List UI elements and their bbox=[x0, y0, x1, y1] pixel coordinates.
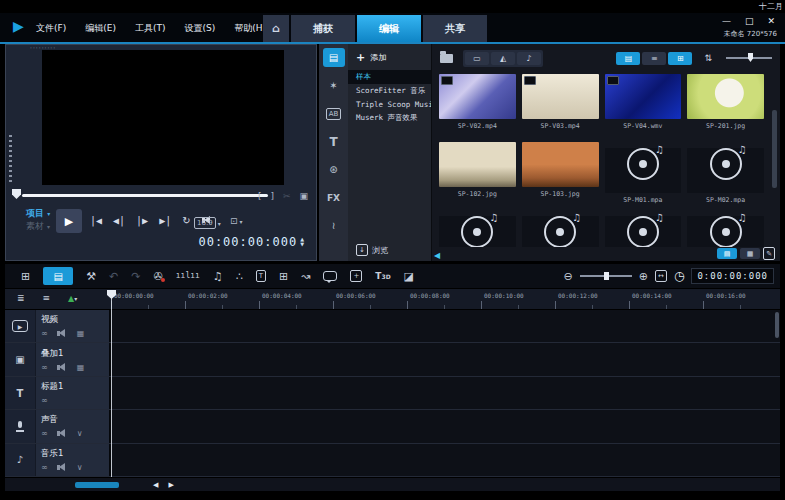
category-media-icon[interactable]: ▤ bbox=[323, 48, 345, 67]
undo-button[interactable]: ↶ bbox=[109, 271, 118, 282]
menu-edit[interactable]: 编辑(E) bbox=[85, 22, 116, 35]
library-item[interactable]: SP-V03.mp4 bbox=[522, 74, 599, 136]
menu-help[interactable]: 帮助(H) bbox=[234, 22, 266, 35]
folder-item-triplescoop[interactable]: Triple Scoop Music bbox=[348, 98, 431, 111]
category-title-icon[interactable]: T bbox=[323, 132, 345, 151]
scroll-next-button[interactable]: ▶ bbox=[168, 481, 173, 489]
track-header[interactable]: 声音 ∞ ∨ bbox=[5, 410, 111, 442]
clock-icon[interactable]: ◷ bbox=[674, 270, 684, 282]
link-icon[interactable]: ∞ bbox=[41, 429, 48, 438]
thumbnail-size-slider[interactable] bbox=[726, 53, 772, 63]
waveform-toggle-icon[interactable]: ∨ bbox=[77, 429, 83, 438]
transparency-icon[interactable]: ▦ bbox=[77, 363, 85, 372]
gallery-view-button[interactable]: ▤ bbox=[717, 248, 737, 259]
track-header[interactable]: ▶ 视频 ∞ ▦ bbox=[5, 310, 111, 342]
track-header[interactable]: ♪ 音乐1 ∞ ∨ bbox=[5, 444, 111, 476]
go-start-button[interactable]: |◀ bbox=[90, 215, 102, 226]
track-options-icon[interactable]: ≡ bbox=[43, 293, 51, 303]
category-instant-project-icon[interactable]: ✶ bbox=[323, 76, 345, 95]
track-header[interactable]: ▣ 叠加1 ∞ ▦ bbox=[5, 343, 111, 375]
spin-down-icon[interactable]: ▼ bbox=[300, 242, 304, 247]
timeline-zoom-slider[interactable] bbox=[580, 271, 632, 281]
mark-in-icon[interactable]: [ bbox=[258, 191, 262, 201]
add-media-folder-icon[interactable] bbox=[440, 54, 453, 63]
category-graphic-icon[interactable]: ⊛ bbox=[323, 160, 345, 179]
track-lane[interactable] bbox=[111, 410, 780, 442]
library-item[interactable]: SP-V04.wmv bbox=[605, 74, 682, 136]
library-item[interactable]: SP-V02.mp4 bbox=[439, 74, 516, 136]
aspect-ratio-selector[interactable]: 16:9 ▾ bbox=[194, 217, 221, 229]
panel-splitter[interactable] bbox=[9, 135, 12, 185]
pages-view-button[interactable]: ▦ bbox=[740, 248, 760, 259]
filter-audio-button[interactable]: ♪ bbox=[517, 52, 541, 65]
mute-speaker-icon[interactable] bbox=[57, 363, 68, 372]
split-screen-template-button[interactable]: ⊞ bbox=[279, 271, 288, 282]
library-item[interactable]: ♫SP-M01.mpa bbox=[605, 142, 682, 204]
filter-video-button[interactable]: ▭ bbox=[465, 52, 489, 65]
mute-speaker-icon[interactable] bbox=[57, 329, 68, 338]
minimize-button[interactable]: — bbox=[722, 16, 731, 26]
transparency-icon[interactable]: ▦ bbox=[77, 329, 85, 338]
sort-button[interactable]: ⇅ bbox=[704, 53, 712, 63]
library-item[interactable]: SP-103.jpg bbox=[522, 142, 599, 204]
redo-button[interactable]: ↷ bbox=[131, 271, 140, 282]
motion-options-button[interactable]: ∴ bbox=[236, 271, 243, 282]
tab-capture[interactable]: 捕获 bbox=[291, 15, 355, 42]
scroll-prev-button[interactable]: ◀ bbox=[153, 481, 158, 489]
browse-button[interactable]: ↓ 浏览 bbox=[356, 244, 388, 256]
timeline-ruler[interactable]: ≣ ≡ ▲▾ 00:00:00:00 00:00:02:00 00:00:04:… bbox=[5, 289, 780, 310]
library-item[interactable]: ♫ bbox=[687, 210, 764, 247]
toolbox-button[interactable]: ⚒ bbox=[86, 271, 96, 282]
go-end-button[interactable]: ▶| bbox=[159, 215, 171, 226]
edit-pencil-icon[interactable]: ✎ bbox=[763, 247, 775, 260]
link-icon[interactable]: ∞ bbox=[41, 363, 48, 372]
mode-clip[interactable]: 素材 ▾ bbox=[26, 220, 50, 233]
link-icon[interactable]: ∞ bbox=[41, 396, 48, 405]
scrubber-handle[interactable] bbox=[12, 189, 21, 199]
menu-tools[interactable]: 工具(T) bbox=[135, 22, 166, 35]
preview-timecode[interactable]: 00:00:00:000 ▲ ▼ bbox=[198, 235, 304, 249]
split-clip-icon[interactable]: ✂ bbox=[283, 191, 291, 201]
folder-item-scorefitter[interactable]: ScoreFitter 音乐 bbox=[348, 84, 431, 98]
track-lane[interactable] bbox=[111, 444, 780, 476]
category-transition-icon[interactable]: AB bbox=[323, 104, 345, 123]
close-button[interactable]: ✕ bbox=[767, 16, 775, 26]
timecode-spinner[interactable]: ▲ ▼ bbox=[300, 237, 304, 247]
selection-tool-dropdown[interactable]: ⊡ ▾ bbox=[230, 216, 243, 226]
storyboard-view-button[interactable]: ⊞ bbox=[21, 271, 30, 282]
library-item[interactable]: ♫ bbox=[439, 210, 516, 247]
filter-photo-button[interactable]: ◭ bbox=[491, 52, 515, 65]
library-scrollbar[interactable] bbox=[772, 110, 777, 188]
enlarge-preview-icon[interactable]: ▣ bbox=[299, 191, 308, 201]
menu-file[interactable]: 文件(F) bbox=[36, 22, 66, 35]
maximize-button[interactable]: □ bbox=[745, 16, 754, 26]
auto-music-button[interactable]: ♫ bbox=[213, 271, 223, 282]
track-header[interactable]: T 标题1 ∞ bbox=[5, 377, 111, 409]
add-folder-button[interactable]: + 添加 bbox=[348, 44, 431, 70]
view-list-button[interactable]: ≡ bbox=[642, 52, 666, 65]
folder-item-muserk[interactable]: Muserk 声音效果 bbox=[348, 111, 431, 125]
slider-thumb[interactable] bbox=[604, 272, 609, 280]
view-thumbnail-button[interactable]: ▤ bbox=[616, 52, 640, 65]
fit-timeline-button[interactable]: ↔ bbox=[655, 270, 667, 282]
mute-speaker-icon[interactable] bbox=[57, 429, 68, 438]
library-item[interactable]: ♫ bbox=[605, 210, 682, 247]
waveform-toggle-icon[interactable]: ∨ bbox=[77, 463, 83, 472]
link-icon[interactable]: ∞ bbox=[41, 329, 48, 338]
library-item[interactable]: SP-102.jpg bbox=[439, 142, 516, 204]
prev-frame-button[interactable]: ◀| bbox=[113, 215, 125, 226]
chapter-marker-icon[interactable]: ▲▾ bbox=[68, 294, 77, 303]
mode-project[interactable]: 项目 ▾ bbox=[26, 207, 50, 220]
next-frame-button[interactable]: |▶ bbox=[136, 215, 148, 226]
menu-settings[interactable]: 设置(S) bbox=[184, 22, 215, 35]
zoom-out-button[interactable]: ⊖ bbox=[564, 271, 573, 282]
timeline-timecode[interactable]: 0:00:00:000 bbox=[691, 268, 774, 284]
mark-out-icon[interactable]: ] bbox=[270, 191, 274, 201]
mask-creator-button[interactable]: ◪ bbox=[404, 271, 414, 282]
motion-tracking-button[interactable]: ↝ bbox=[301, 271, 310, 282]
track-lane[interactable] bbox=[111, 310, 780, 342]
slider-thumb[interactable] bbox=[748, 53, 753, 62]
library-item[interactable]: ♫ bbox=[522, 210, 599, 247]
scrubber-track[interactable] bbox=[22, 194, 268, 197]
category-motion-path-icon[interactable]: ≀ bbox=[323, 216, 345, 235]
